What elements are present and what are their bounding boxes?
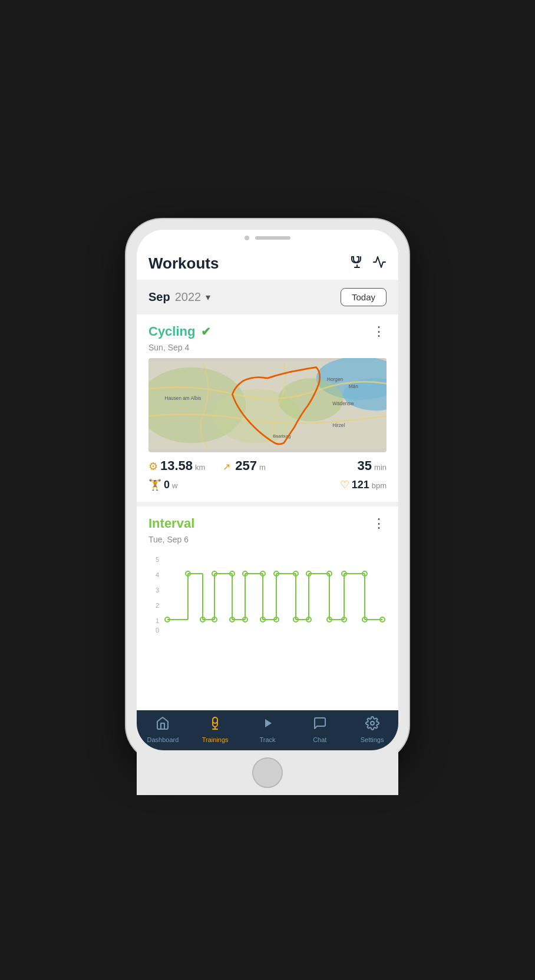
svg-point-70 [371,721,374,725]
settings-label: Settings [361,736,384,743]
svg-text:Horgen: Horgen [327,377,343,382]
chat-label: Chat [313,736,326,743]
nav-track[interactable]: Track [242,716,294,743]
svg-text:Hausen am Albis: Hausen am Albis [165,396,202,401]
phone-speaker [255,236,290,240]
chevron-down-icon: ▾ [206,292,210,303]
heartrate-icon: ♡ [340,478,349,491]
cycling-power-unit: w [172,481,177,490]
interval-title: Interval [148,516,194,531]
home-button-area [137,750,398,795]
dashboard-label: Dashboard [147,736,179,743]
interval-workout-card: Interval ⋮ Tue, Sep 6 5 4 3 2 1 [137,506,398,641]
cycling-card-header: Cycling ✔ ⋮ [137,314,398,342]
today-button[interactable]: Today [341,288,387,306]
cycling-stats-row2: 🏋 0 w ♡ 121 bpm [137,476,398,501]
elevation-icon: ↗ [223,461,230,472]
cycling-map: Hausen am Albis Wädensw Horgen Män Hirze… [148,358,387,452]
cycling-power-stat: 🏋 0 w [148,478,268,491]
cycling-check-icon: ✔ [201,325,211,339]
svg-text:0: 0 [156,627,159,633]
interval-more-icon[interactable]: ⋮ [372,516,387,531]
cycling-stats-row1: ⚙ 13.58 km ↗ 257 m 35 min [137,452,398,476]
power-icon: 🏋 [148,478,161,491]
track-label: Track [259,736,275,743]
trophy-icon[interactable] [350,255,364,273]
nav-trainings[interactable]: Trainings [189,716,242,743]
phone-screen: Workouts [137,230,398,750]
interval-date: Tue, Sep 6 [137,534,398,550]
trainings-label: Trainings [202,736,229,743]
app-screen: Workouts [137,244,398,750]
cycling-duration-stat: 35 min [312,458,387,474]
cycling-heartrate-value: 121 [352,479,369,491]
nav-dashboard[interactable]: Dashboard [137,716,189,743]
cycling-more-icon[interactable]: ⋮ [372,324,387,339]
cycling-heartrate-stat: ♡ 121 bpm [268,478,387,491]
interval-chart-area: 5 4 3 2 1 0 [137,550,398,641]
bottom-navigation: Dashboard Trainings [137,710,398,750]
chat-icon [313,716,327,734]
cycling-title-row: Cycling ✔ [148,324,211,339]
distance-icon: ⚙ [148,460,158,473]
phone-camera [245,236,249,240]
date-year: 2022 [175,290,202,304]
date-bar: Sep 2022 ▾ Today [137,280,398,314]
svg-text:1: 1 [156,617,159,624]
interval-card-header: Interval ⋮ [137,506,398,534]
cycling-date: Sun, Sep 4 [137,342,398,358]
cycling-duration-value: 35 [358,458,372,474]
interval-title-row: Interval [148,516,194,531]
cycling-distance-unit: km [195,463,205,472]
cycling-elevation-stat: ↗ 257 m [223,458,312,474]
cycling-distance-value: 13.58 [160,458,193,474]
svg-text:Wädensw: Wädensw [332,401,354,406]
svg-text:2: 2 [156,602,159,609]
dashboard-icon [156,716,170,734]
svg-text:Hirzel: Hirzel [332,423,345,428]
home-button[interactable] [252,757,283,788]
svg-text:4: 4 [156,571,159,578]
date-selector[interactable]: Sep 2022 ▾ [148,290,210,304]
cycling-power-value: 0 [164,479,170,491]
phone-notch [137,230,398,244]
card-divider [137,502,398,506]
cycling-workout-card: Cycling ✔ ⋮ Sun, Sep 4 [137,314,398,501]
svg-marker-69 [265,719,272,727]
settings-icon [365,716,379,734]
cycling-title: Cycling [148,324,195,339]
nav-chat[interactable]: Chat [293,716,346,743]
phone-device: Workouts [126,219,409,761]
cycling-duration-unit: min [374,463,387,472]
cycling-heartrate-unit: bpm [372,481,387,490]
cycling-elevation-unit: m [259,463,266,472]
svg-text:Män: Män [349,384,358,389]
cycling-elevation-value: 257 [235,458,257,474]
track-icon [260,716,275,734]
header-actions [350,255,387,273]
app-header: Workouts [137,244,398,280]
trainings-icon [208,716,222,734]
date-month: Sep [148,290,170,304]
cycling-distance-stat: ⚙ 13.58 km [148,458,223,474]
chart-icon[interactable] [372,255,387,273]
svg-text:5: 5 [156,556,159,563]
nav-settings[interactable]: Settings [346,716,398,743]
svg-text:3: 3 [156,587,159,594]
page-title: Workouts [148,254,219,273]
scroll-content: Cycling ✔ ⋮ Sun, Sep 4 [137,314,398,710]
